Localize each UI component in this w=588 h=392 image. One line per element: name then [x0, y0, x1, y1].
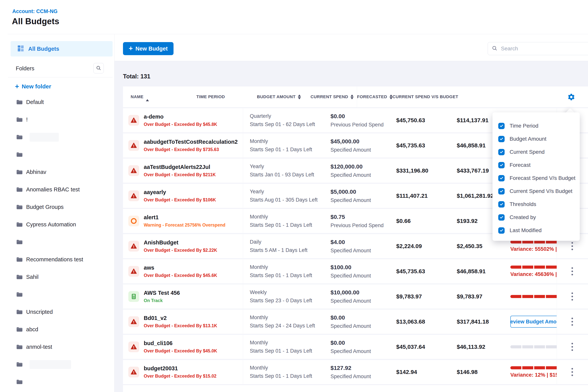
budget-status-text: Over Budget - Exceeded By $211K — [144, 172, 216, 177]
partial-next-row — [123, 385, 588, 392]
budget-name[interactable]: aayearly — [144, 189, 216, 196]
period-type: Monthly — [250, 340, 312, 346]
checkbox-checked-icon[interactable] — [498, 136, 504, 142]
folder-item[interactable]: Anomalies RBAC test — [8, 181, 112, 198]
column-header[interactable]: TIME PERIOD — [188, 86, 249, 107]
budget-amount-detail: Previous Period Spend — [330, 122, 384, 128]
budget-name[interactable]: aaTestBudgetAlerts22Jul — [144, 164, 216, 170]
current-spend-cell: $45,750.63 — [388, 108, 449, 132]
column-toggle-item[interactable]: Forecast — [498, 158, 580, 172]
folder-icon — [16, 238, 23, 246]
checkbox-checked-icon[interactable] — [498, 188, 504, 194]
folder-item[interactable]: Recommendations test — [8, 251, 112, 268]
budget-name[interactable]: a-demo — [144, 114, 217, 120]
folder-name: Budget Groups — [26, 204, 64, 210]
budget-status-text: On Track — [144, 298, 180, 303]
folder-name: Default — [26, 99, 44, 105]
budget-amount-detail: Specified Amount — [330, 273, 371, 279]
folder-icon — [16, 151, 23, 158]
column-header[interactable]: BUDGET AMOUNT — [249, 86, 308, 107]
forecasted-cell: $9,783.97 — [449, 284, 507, 308]
row-menu-kebab-icon[interactable] — [568, 365, 576, 379]
budget-status-text: Over Budget - Exceeded By $45.8K — [144, 122, 217, 127]
column-header[interactable]: FORECASTED — [357, 86, 392, 107]
row-actions-cell — [557, 360, 588, 384]
column-toggle-item[interactable]: Budget Amount — [498, 132, 580, 146]
review-budget-amount-button[interactable]: Review Budget Amount — [510, 316, 557, 328]
column-toggle-item[interactable]: Created by — [498, 211, 580, 224]
spend-vs-budget-bar — [510, 366, 557, 369]
folder-item[interactable] — [8, 356, 112, 373]
checkbox-checked-icon[interactable] — [498, 201, 504, 208]
column-toggle-item[interactable]: Current Spend — [498, 146, 580, 158]
search-input[interactable] — [500, 45, 588, 52]
checkbox-checked-icon[interactable] — [498, 227, 504, 234]
new-folder-button[interactable]: + New folder — [8, 82, 52, 91]
folder-item[interactable] — [8, 128, 112, 146]
folder-item[interactable]: Cypress Automation — [8, 216, 112, 233]
row-menu-kebab-icon[interactable] — [568, 240, 576, 253]
period-detail: Starts Sep 01 - 1 Days Left — [250, 373, 312, 379]
row-menu-kebab-icon[interactable] — [568, 315, 576, 328]
budget-name[interactable]: aws — [144, 264, 217, 271]
folder-item[interactable]: Budget Groups — [8, 198, 112, 216]
folder-item[interactable] — [8, 146, 112, 163]
budget-amount: $127.92 — [330, 365, 371, 371]
budget-name[interactable]: AWS Test 456 — [144, 290, 180, 296]
period-type: Weekly — [250, 290, 312, 295]
sidebar-item-all-budgets[interactable]: All Budgets — [10, 41, 112, 56]
column-toggle-item[interactable]: Current Spend V/s Budget — [498, 185, 580, 198]
budget-status-text: Over Budget - Exceeded By $45.6K — [144, 273, 217, 278]
column-toggle-item[interactable]: Forecast Spend V/s Budget — [498, 172, 580, 185]
row-menu-kebab-icon[interactable] — [568, 290, 576, 303]
period-detail: Starts Aug 01 - 305 Days Left — [250, 197, 318, 203]
table-row[interactable]: budget20031 Over Budget - Exceeded By $1… — [123, 360, 588, 384]
table-row[interactable]: AWS Test 456 On Track Weekly Starts Sep … — [123, 284, 588, 308]
column-toggle-item[interactable]: Time Period — [498, 119, 580, 132]
column-toggle-item[interactable]: Last Modified — [498, 224, 580, 237]
period-type: Monthly — [250, 314, 315, 320]
folder-search-button[interactable] — [94, 63, 104, 74]
budget-name[interactable]: alert1 — [144, 214, 226, 220]
folder-item[interactable]: abcd — [8, 321, 112, 338]
time-period-cell: Monthly Starts Sep 01 - 1 Days Left — [243, 360, 323, 384]
budget-name[interactable]: Bd01_v2 — [144, 315, 217, 321]
checkbox-checked-icon[interactable] — [498, 123, 504, 129]
folder-name: abcd — [26, 326, 38, 332]
account-breadcrumb[interactable]: Account: CCM-NG — [12, 8, 58, 14]
budget-name[interactable]: bud_cli106 — [144, 340, 217, 346]
folder-item[interactable]: anmol-test — [8, 338, 112, 356]
table-row[interactable]: aws Over Budget - Exceeded By $45.6K Mon… — [123, 259, 588, 284]
budget-name[interactable]: aabudgetToTestCostRecalculation2 — [144, 139, 238, 145]
folder-item[interactable]: Unscripted — [8, 303, 112, 321]
name-cell: AnishBudget Over Budget - Exceeded By $2… — [123, 234, 243, 258]
row-menu-kebab-icon[interactable] — [568, 340, 576, 354]
budget-name[interactable]: budget20031 — [144, 365, 216, 372]
table-row[interactable]: bud_cli106 Over Budget - Exceeded By $45… — [123, 335, 588, 359]
budget-name[interactable]: AnishBudget — [144, 240, 217, 246]
row-menu-kebab-icon[interactable] — [568, 264, 576, 278]
folder-item[interactable] — [8, 233, 112, 251]
column-header[interactable]: NAME — [123, 86, 188, 107]
folder-icon — [16, 221, 23, 228]
folder-name-placeholder — [30, 360, 71, 369]
checkbox-checked-icon[interactable] — [498, 214, 504, 220]
column-settings-gear-icon[interactable] — [567, 93, 575, 101]
checkbox-checked-icon[interactable] — [498, 175, 504, 182]
folder-icon — [16, 186, 23, 194]
new-budget-button[interactable]: + New Budget — [123, 42, 174, 55]
column-toggle-item[interactable]: Thresholds — [498, 198, 580, 211]
time-period-cell: Monthly Starts Sep 01 - 1 Days Left — [243, 133, 323, 158]
column-header[interactable]: CURRENT SPEND — [308, 86, 357, 107]
folder-item[interactable] — [8, 286, 112, 303]
checkbox-checked-icon[interactable] — [498, 149, 504, 155]
folder-item[interactable]: Sahil — [8, 268, 112, 286]
folder-item[interactable]: ! — [8, 111, 112, 128]
table-row[interactable]: Bd01_v2 Over Budget - Exceeded By $13.1K… — [123, 310, 588, 334]
folder-item[interactable]: Abhinav — [8, 163, 112, 181]
column-header[interactable]: CURRENT SPEND V/S BUDGET — [392, 86, 458, 107]
checkbox-checked-icon[interactable] — [498, 162, 504, 168]
folder-item[interactable] — [8, 373, 112, 391]
budget-status-icon — [128, 115, 139, 126]
folder-item[interactable]: Default — [8, 94, 112, 111]
